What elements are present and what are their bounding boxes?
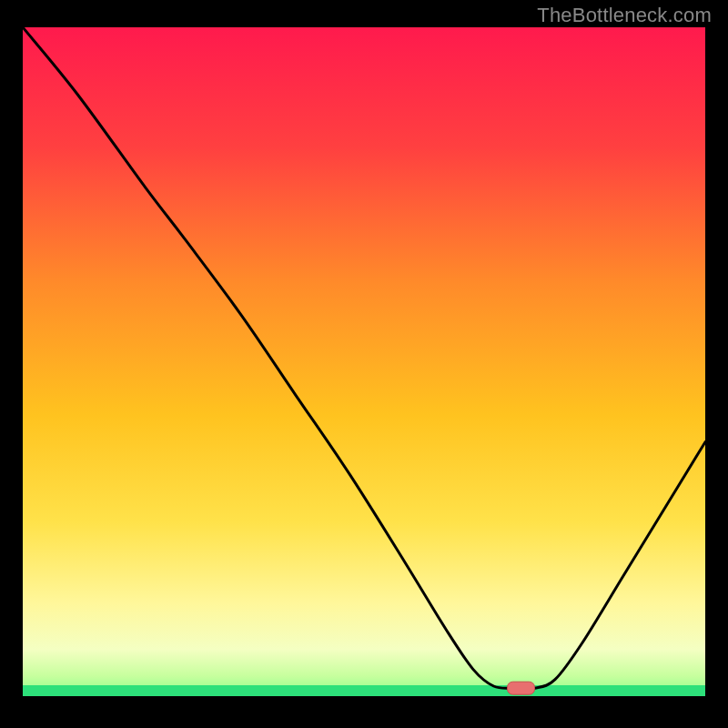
gradient-background xyxy=(23,27,705,696)
green-baseline-band xyxy=(23,685,705,696)
watermark-text: TheBottleneck.com xyxy=(537,4,712,27)
optimal-point-marker xyxy=(508,682,535,694)
bottleneck-chart-svg xyxy=(23,27,705,696)
chart-plot-area xyxy=(23,27,705,696)
